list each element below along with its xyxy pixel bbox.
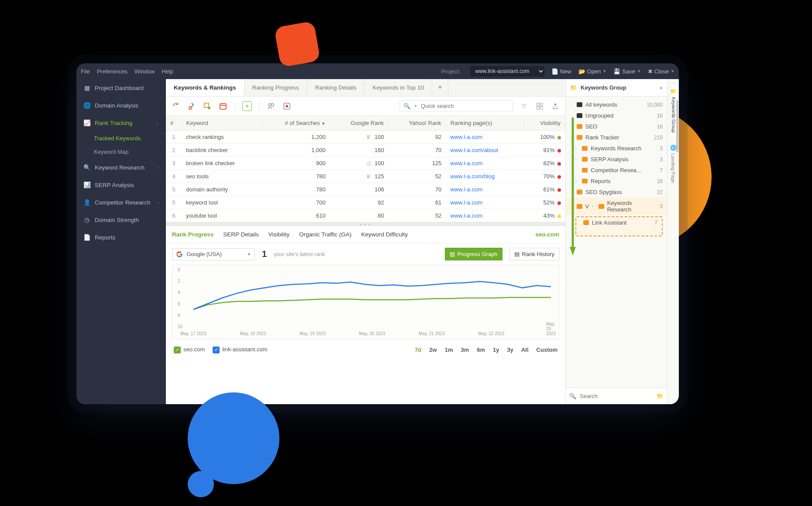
table-row[interactable]: 5 domain authority 780 106 70 www.l-a.co…	[166, 183, 565, 196]
ranking-page-link[interactable]: www.l-a.com	[450, 134, 482, 140]
close-button[interactable]: ✖Close▼	[648, 68, 674, 75]
refresh-icon[interactable]	[171, 101, 181, 111]
new-button[interactable]: 📄New	[551, 68, 571, 75]
tree-node-count: 7	[654, 220, 657, 226]
period-1m[interactable]: 1m	[445, 347, 453, 353]
tag-color-icon[interactable]	[282, 101, 292, 111]
tab-keywords-in-top-10[interactable]: Keywords in Top 10	[365, 79, 432, 96]
period-2w[interactable]: 2w	[429, 347, 437, 353]
legend-item[interactable]: ✓seo.com	[174, 346, 205, 354]
tree-node[interactable]: SEO Spyglass22	[566, 187, 667, 198]
refresh-orange-icon[interactable]	[203, 101, 212, 111]
col-visibility[interactable]: Visibility	[524, 116, 565, 131]
tree-node[interactable]: All keywords10,000	[566, 99, 667, 110]
ranking-page-link[interactable]: www.l-a.com	[450, 186, 482, 193]
sidebar-sub-keyword-map[interactable]: Keyword Map	[76, 145, 166, 159]
detail-tab-keyword-difficulty[interactable]: Keyword Difficulty	[361, 227, 408, 242]
filter-icon[interactable]: ▽	[519, 101, 529, 111]
folder-icon[interactable]: 📁	[657, 393, 664, 399]
panel-scrollbar[interactable]	[676, 97, 679, 388]
tree-node[interactable]: ›SERP Analysis3	[566, 154, 667, 165]
tree-node[interactable]: Ungrouped16	[566, 110, 667, 121]
add-icon[interactable]: +	[242, 101, 252, 111]
sidebar-item-rank-tracking[interactable]: 📈Rank Tracking⌄	[76, 114, 166, 132]
sidebar-item-keyword-research[interactable]: 🔍Keyword Research›	[76, 159, 166, 176]
ranking-page-link[interactable]: www.l-a.com	[450, 160, 482, 166]
menu-window[interactable]: Window	[134, 68, 155, 75]
sidebar-item-reports[interactable]: 📄Reports	[76, 229, 166, 246]
period-all[interactable]: All	[521, 347, 529, 353]
sidebar-item-serp-analysis[interactable]: 📊SERP Analysis	[76, 176, 166, 194]
detail-tab-visibility[interactable]: Visibility	[268, 227, 290, 242]
sidebar-item-domain-analysis[interactable]: 🌐Domain Analysis	[76, 97, 166, 114]
menu-help[interactable]: Help	[162, 68, 173, 75]
period-6m[interactable]: 6m	[477, 347, 485, 353]
period-1y[interactable]: 1y	[493, 347, 499, 353]
table-row[interactable]: 5 keyword tool 700 92 61 www.l-a.com 52%	[166, 196, 565, 209]
sidebar-item-domain-strength[interactable]: ◷Domain Strength	[76, 211, 166, 229]
tree-node[interactable]: SEO16	[566, 121, 667, 132]
ranking-page-link[interactable]: www.l-a.com/blog	[450, 173, 495, 180]
schedule-icon[interactable]	[218, 101, 228, 111]
sidebar-item-project-dashboard[interactable]: ▦Project Dashboard	[76, 79, 166, 97]
folder-icon	[577, 135, 582, 140]
keywords-group-panel: 📁 Keywords Group » All keywords10,000Ung…	[565, 79, 679, 404]
table-row[interactable]: 4 seo tools 780 ♛125 52 www.l-a.com/blog…	[166, 170, 565, 183]
tab-ranking-details[interactable]: Ranking Details	[307, 79, 365, 96]
refresh-blue-icon[interactable]	[187, 101, 196, 111]
sidebar-item-competitor-research[interactable]: 👤Competitor Research›	[76, 194, 166, 211]
sidebar-sub-tracked-keywords[interactable]: Tracked Keywords	[76, 132, 166, 145]
table-row[interactable]: 3 broken link checker 900 ◎100 125 www.l…	[166, 157, 565, 170]
tree-node[interactable]: Competitor Resea...7	[566, 165, 667, 176]
panel-search-input[interactable]	[580, 393, 653, 399]
col--of-searches[interactable]: # of Searches ▼	[261, 116, 330, 131]
ranking-page-link[interactable]: www.l-a.com/about	[450, 147, 498, 153]
svg-rect-12	[540, 107, 543, 109]
project-select[interactable]: www.link-assistant.com	[470, 66, 544, 76]
grid-icon[interactable]	[535, 101, 544, 111]
tab-keywords-rankings[interactable]: Keywords & Rankings	[166, 79, 244, 96]
quick-search-input[interactable]	[421, 103, 509, 109]
group-icon[interactable]	[266, 101, 276, 111]
period-3m[interactable]: 3m	[461, 347, 469, 353]
drop-target[interactable]: Link Assistant7	[575, 216, 663, 236]
save-button[interactable]: 💾Save▼	[613, 68, 641, 75]
col-google-rank[interactable]: Google Rank	[330, 116, 389, 131]
col-keyword[interactable]: Keyword	[182, 116, 261, 131]
rank-history-button[interactable]: ▤Rank History	[509, 248, 559, 260]
export-icon[interactable]	[551, 101, 560, 111]
tree-node[interactable]: V›Keywords Research3	[566, 198, 667, 215]
progress-graph-button[interactable]: ▧Progress Graph	[445, 248, 502, 260]
col-yahoo-rank[interactable]: Yahoo! Rank	[389, 116, 446, 131]
period-custom[interactable]: Custom	[537, 347, 557, 353]
table-row[interactable]: 1 check rankings 1,200 ♛100 92 www.l-a.c…	[166, 131, 565, 144]
menu-file[interactable]: File	[81, 68, 90, 75]
table-row[interactable]: 6 youtube tool 610 80 52 www.l-a.com 43%	[166, 209, 565, 222]
cell-yahoo-rank: 52	[389, 209, 446, 222]
table-row[interactable]: 2 backlink checker 1,000 160 70 www.l-a.…	[166, 144, 565, 157]
engine-select[interactable]: Google (USA)▼	[172, 248, 255, 260]
tab-add[interactable]: +	[432, 79, 448, 96]
detail-tab-rank-progress[interactable]: Rank Progress	[172, 227, 213, 242]
tree-node[interactable]: ⌄Rank Tracker215	[566, 132, 667, 143]
col-ranking-page-s-[interactable]: Ranking page(s)	[446, 116, 524, 131]
folder-icon	[582, 179, 588, 184]
detail-tab-organic-traffic-ga-[interactable]: Organic Traffic (GA)	[299, 227, 351, 242]
period-3y[interactable]: 3y	[507, 347, 513, 353]
quick-search[interactable]: 🔍▼	[399, 101, 513, 111]
ranking-page-link[interactable]: www.l-a.com	[450, 212, 482, 219]
tab-ranking-progress[interactable]: Ranking Progress	[244, 79, 307, 96]
latest-rank-label: your site's latest rank	[274, 251, 325, 257]
panel-more-icon[interactable]: »	[660, 84, 663, 91]
status-dot	[557, 175, 561, 179]
ranking-page-link[interactable]: www.l-a.com	[450, 199, 482, 206]
col--[interactable]: #	[166, 116, 182, 131]
legend-item[interactable]: ✓link-assistant.com	[213, 346, 267, 354]
period-7d[interactable]: 7d	[415, 347, 421, 353]
tree-node[interactable]: ›Reports16	[566, 176, 667, 187]
splitter[interactable]: ● ● ●	[166, 222, 565, 226]
detail-tab-serp-details[interactable]: SERP Details	[223, 227, 259, 242]
open-button[interactable]: 📂Open▼	[578, 68, 607, 75]
menu-preferences[interactable]: Preferences	[97, 68, 127, 75]
tree-node[interactable]: ›Keywords Research3	[566, 143, 667, 154]
